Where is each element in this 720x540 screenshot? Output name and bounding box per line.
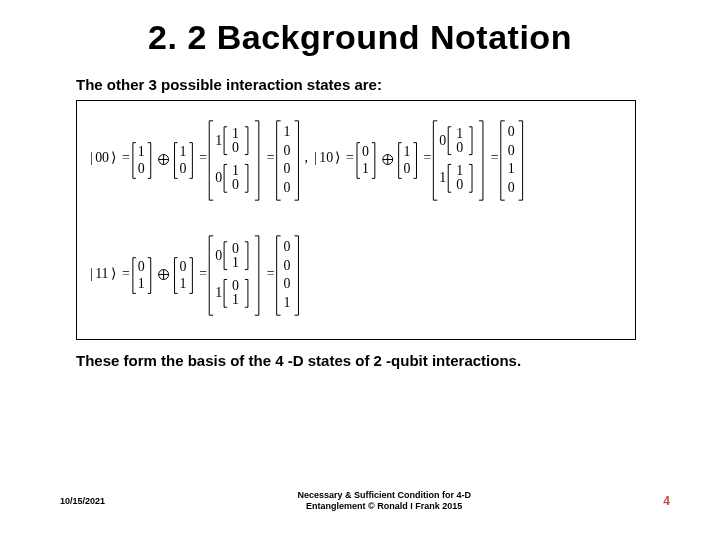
svg-text:0: 0 bbox=[508, 143, 515, 158]
svg-text:0: 0 bbox=[179, 161, 186, 176]
svg-text:0: 0 bbox=[456, 177, 463, 192]
svg-text:1: 1 bbox=[232, 292, 239, 307]
svg-text:1: 1 bbox=[508, 161, 515, 176]
ket00-bar: | bbox=[90, 150, 93, 165]
svg-text:0: 0 bbox=[456, 140, 463, 155]
slide: 2. 2 Background Notation The other 3 pos… bbox=[0, 0, 720, 540]
eq-11-b: = bbox=[199, 266, 207, 281]
footer-date: 10/15/2021 bbox=[60, 496, 105, 506]
svg-text:1: 1 bbox=[232, 126, 239, 141]
vec-11-b: 0 1 bbox=[175, 258, 193, 294]
footer-center-line2: Entanglement © Ronald I Frank 2015 bbox=[105, 501, 663, 512]
svg-text:0: 0 bbox=[215, 248, 222, 263]
svg-text:1: 1 bbox=[362, 161, 369, 176]
svg-text:1: 1 bbox=[215, 133, 222, 148]
svg-text:0: 0 bbox=[215, 170, 222, 185]
vec-00-a: 1 0 bbox=[133, 143, 151, 179]
svg-text:0: 0 bbox=[508, 180, 515, 195]
svg-text:1: 1 bbox=[138, 276, 145, 291]
svg-text:0: 0 bbox=[404, 161, 411, 176]
svg-text:1: 1 bbox=[232, 163, 239, 178]
eq-00-b: = bbox=[199, 150, 207, 165]
svg-text:0: 0 bbox=[138, 259, 145, 274]
svg-text:0: 0 bbox=[179, 259, 186, 274]
eq-10-a: = bbox=[346, 150, 354, 165]
svg-text:0: 0 bbox=[232, 140, 239, 155]
footer: 10/15/2021 Necessary & Sufficient Condit… bbox=[0, 490, 720, 512]
ket11-rangle: ⟩ bbox=[111, 266, 116, 281]
svg-text:1: 1 bbox=[232, 255, 239, 270]
footer-center: Necessary & Sufficient Condition for 4-D… bbox=[105, 490, 663, 512]
svg-text:0: 0 bbox=[439, 133, 446, 148]
comma-1: , bbox=[304, 150, 307, 165]
block-00: 1 1 0 0 1 0 bbox=[209, 121, 259, 200]
vec-10-a: 0 1 bbox=[357, 143, 375, 179]
ket11-bar: | bbox=[90, 266, 93, 281]
eq-11-a: = bbox=[122, 266, 130, 281]
svg-text:1: 1 bbox=[138, 144, 145, 159]
ket10-rangle: ⟩ bbox=[335, 150, 340, 165]
svg-text:0: 0 bbox=[508, 124, 515, 139]
svg-text:1: 1 bbox=[439, 170, 446, 185]
svg-text:1: 1 bbox=[456, 163, 463, 178]
svg-text:1: 1 bbox=[215, 285, 222, 300]
ket00-rangle: ⟩ bbox=[111, 150, 116, 165]
svg-text:0: 0 bbox=[362, 144, 369, 159]
ket10-bar: | bbox=[314, 150, 317, 165]
svg-text:0: 0 bbox=[284, 276, 291, 291]
block-10: 0 1 0 1 1 0 bbox=[433, 121, 483, 200]
svg-text:0: 0 bbox=[284, 258, 291, 273]
vec-11-a: 0 1 bbox=[133, 258, 151, 294]
ket00-label: 00 bbox=[95, 150, 109, 165]
svg-text:1: 1 bbox=[284, 295, 291, 310]
ket11-label: 11 bbox=[95, 266, 108, 281]
svg-text:0: 0 bbox=[232, 241, 239, 256]
result-10: 0 0 1 0 bbox=[501, 121, 523, 200]
svg-text:1: 1 bbox=[404, 144, 411, 159]
eq-11-c: = bbox=[267, 266, 275, 281]
eq-10-b: = bbox=[423, 150, 431, 165]
svg-text:1: 1 bbox=[179, 144, 186, 159]
eq-00-c: = bbox=[267, 150, 275, 165]
vec-00-b: 1 0 bbox=[175, 143, 193, 179]
result-11: 0 0 0 1 bbox=[277, 236, 299, 315]
result-00: 1 0 0 0 bbox=[277, 121, 299, 200]
svg-text:0: 0 bbox=[284, 180, 291, 195]
svg-text:0: 0 bbox=[284, 143, 291, 158]
block-11: 0 0 1 1 0 1 bbox=[209, 236, 259, 315]
page-title: 2. 2 Background Notation bbox=[0, 18, 720, 57]
footer-center-line1: Necessary & Sufficient Condition for 4-D bbox=[105, 490, 663, 501]
svg-text:0: 0 bbox=[284, 239, 291, 254]
ket10-label: 10 bbox=[319, 150, 333, 165]
svg-text:1: 1 bbox=[284, 124, 291, 139]
eq-00-a: = bbox=[122, 150, 130, 165]
svg-text:0: 0 bbox=[232, 177, 239, 192]
equations-svg: | 00 ⟩ = 1 0 1 0 = bbox=[77, 101, 635, 339]
intro-text: The other 3 possible interaction states … bbox=[76, 76, 382, 93]
conclusion-text: These form the basis of the 4 -D states … bbox=[76, 352, 521, 369]
math-figure: | 00 ⟩ = 1 0 1 0 = bbox=[76, 100, 636, 340]
svg-text:1: 1 bbox=[456, 126, 463, 141]
svg-text:0: 0 bbox=[232, 278, 239, 293]
svg-text:0: 0 bbox=[138, 161, 145, 176]
svg-text:1: 1 bbox=[179, 276, 186, 291]
page-number: 4 bbox=[663, 494, 670, 508]
svg-text:0: 0 bbox=[284, 161, 291, 176]
eq-10-c: = bbox=[491, 150, 499, 165]
vec-10-b: 1 0 bbox=[399, 143, 417, 179]
